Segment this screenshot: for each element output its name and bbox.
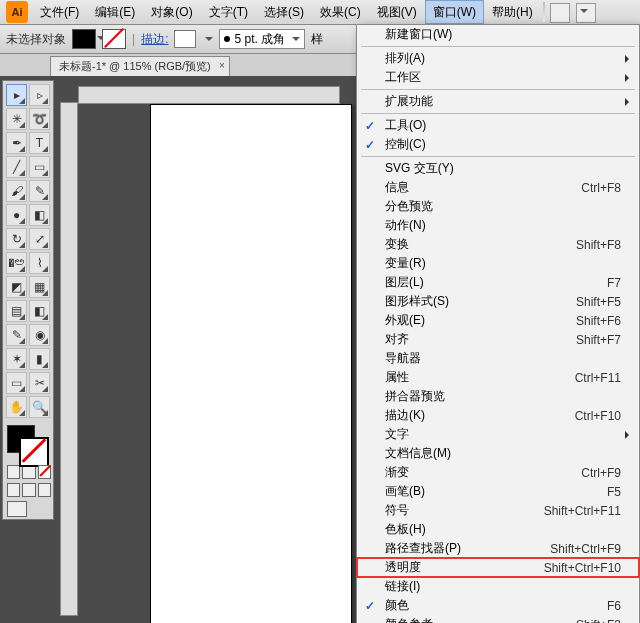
eyedropper-tool[interactable]: ✎: [6, 324, 27, 346]
zoom-tool[interactable]: 🔍: [29, 396, 50, 418]
menubar-item[interactable]: 视图(V): [369, 0, 425, 24]
menu-item-shortcut: Shift+F8: [576, 238, 621, 252]
document-tab[interactable]: 未标题-1* @ 115% (RGB/预览) ×: [50, 56, 230, 76]
menu-item[interactable]: 拼合器预览: [357, 387, 639, 406]
menu-item[interactable]: 路径查找器(P)Shift+Ctrl+F9: [357, 539, 639, 558]
menu-item[interactable]: ✓控制(C): [357, 135, 639, 154]
stroke-color[interactable]: [19, 437, 49, 467]
slice-tool[interactable]: ✂: [29, 372, 50, 394]
magic-wand-tool[interactable]: ✳: [6, 108, 27, 130]
hand-tool[interactable]: ✋: [6, 396, 27, 418]
warp-tool[interactable]: ⌇: [29, 252, 50, 274]
menu-item[interactable]: 导航器: [357, 349, 639, 368]
blend-tool[interactable]: ◉: [29, 324, 50, 346]
pen-tool[interactable]: ✒: [6, 132, 27, 154]
menu-item[interactable]: 文字: [357, 425, 639, 444]
rectangle-tool[interactable]: ▭: [29, 156, 50, 178]
eraser-tool[interactable]: ◧: [29, 204, 50, 226]
menubar-item[interactable]: 文字(T): [201, 0, 256, 24]
menu-item[interactable]: 外观(E)Shift+F6: [357, 311, 639, 330]
menubar-item[interactable]: 帮助(H): [484, 0, 541, 24]
menu-item[interactable]: 对齐Shift+F7: [357, 330, 639, 349]
menu-item[interactable]: 工作区: [357, 68, 639, 87]
menubar-item[interactable]: 对象(O): [143, 0, 200, 24]
pencil-tool[interactable]: ✎: [29, 180, 50, 202]
chevron-down-icon[interactable]: [205, 37, 213, 45]
menu-item[interactable]: 信息Ctrl+F8: [357, 178, 639, 197]
menu-item-shortcut: Ctrl+F11: [575, 371, 621, 385]
menu-item[interactable]: ✓工具(O): [357, 116, 639, 135]
menubar-item[interactable]: 文件(F): [32, 0, 87, 24]
direct-select-tool[interactable]: ▹: [29, 84, 50, 106]
menu-item[interactable]: 属性Ctrl+F11: [357, 368, 639, 387]
menu-item[interactable]: 符号Shift+Ctrl+F11: [357, 501, 639, 520]
menubar-item[interactable]: 效果(C): [312, 0, 369, 24]
close-icon[interactable]: ×: [219, 60, 225, 71]
scale-tool[interactable]: ⤢: [29, 228, 50, 250]
menu-separator: [361, 89, 635, 90]
brush-preset[interactable]: 5 pt. 成角: [219, 29, 305, 49]
menubar-item[interactable]: 编辑(E): [87, 0, 143, 24]
document-tab-label: 未标题-1* @ 115% (RGB/预览): [59, 60, 211, 72]
menu-item[interactable]: 色板(H): [357, 520, 639, 539]
fill-stroke-control[interactable]: [5, 423, 49, 463]
width-tool[interactable]: �అ: [6, 252, 27, 274]
menubar-item[interactable]: 窗口(W): [425, 0, 484, 24]
graph-tool[interactable]: ▮: [29, 348, 50, 370]
menu-item-shortcut: Shift+Ctrl+F10: [544, 561, 621, 575]
stroke-weight-input[interactable]: [174, 30, 196, 48]
paintbrush-tool[interactable]: 🖌: [6, 180, 27, 202]
menu-item[interactable]: 动作(N): [357, 216, 639, 235]
fill-swatch[interactable]: [72, 29, 96, 49]
menu-item[interactable]: 图形样式(S)Shift+F5: [357, 292, 639, 311]
menu-separator: [361, 113, 635, 114]
menu-item[interactable]: ✓颜色F6: [357, 596, 639, 615]
artboard-tool[interactable]: ▭: [6, 372, 27, 394]
draw-inside[interactable]: [38, 483, 51, 497]
perspective-tool[interactable]: ▦: [29, 276, 50, 298]
menu-item[interactable]: 变量(R): [357, 254, 639, 273]
menu-item[interactable]: 画笔(B)F5: [357, 482, 639, 501]
none-mode[interactable]: [38, 465, 51, 479]
selection-tool[interactable]: ▸: [6, 84, 27, 106]
menu-item[interactable]: 链接(I): [357, 577, 639, 596]
menu-item-label: 图形样式(S): [385, 293, 449, 310]
screen-mode[interactable]: [7, 501, 27, 517]
line-tool[interactable]: ╱: [6, 156, 27, 178]
gradient-tool[interactable]: ◧: [29, 300, 50, 322]
arrange-icon[interactable]: [576, 3, 596, 23]
menu-item[interactable]: 扩展功能: [357, 92, 639, 111]
menu-item-label: 渐变: [385, 464, 409, 481]
symbol-spray-tool[interactable]: ✶: [6, 348, 27, 370]
menu-item-label: 工具(O): [385, 117, 426, 134]
artboard[interactable]: [150, 104, 352, 623]
stroke-swatch[interactable]: [102, 29, 126, 49]
menu-item[interactable]: 分色预览: [357, 197, 639, 216]
menu-item[interactable]: 新建窗口(W): [357, 25, 639, 44]
blob-tool[interactable]: ●: [6, 204, 27, 226]
menu-item-label: 颜色参考: [385, 616, 433, 623]
menu-item[interactable]: 颜色参考Shift+F3: [357, 615, 639, 623]
mesh-tool[interactable]: ▤: [6, 300, 27, 322]
stroke-link[interactable]: 描边:: [141, 31, 168, 48]
menu-item[interactable]: 变换Shift+F8: [357, 235, 639, 254]
shape-builder-tool[interactable]: ◩: [6, 276, 27, 298]
menu-item[interactable]: 渐变Ctrl+F9: [357, 463, 639, 482]
draw-normal[interactable]: [7, 483, 20, 497]
type-tool[interactable]: T: [29, 132, 50, 154]
gradient-mode[interactable]: [22, 465, 35, 479]
menu-item[interactable]: 透明度Shift+Ctrl+F10: [357, 558, 639, 577]
lasso-tool[interactable]: ➰: [29, 108, 50, 130]
color-mode[interactable]: [7, 465, 20, 479]
toolbox: ▸▹✳➰✒T╱▭🖌✎●◧↻⤢�అ⌇◩▦▤◧✎◉✶▮▭✂✋🔍: [2, 80, 54, 520]
draw-behind[interactable]: [22, 483, 35, 497]
menu-item[interactable]: 图层(L)F7: [357, 273, 639, 292]
bridge-icon[interactable]: [550, 3, 570, 23]
menu-item[interactable]: 排列(A): [357, 49, 639, 68]
menu-item[interactable]: 文档信息(M): [357, 444, 639, 463]
rotate-tool[interactable]: ↻: [6, 228, 27, 250]
menu-item[interactable]: 描边(K)Ctrl+F10: [357, 406, 639, 425]
menubar-item[interactable]: 选择(S): [256, 0, 312, 24]
menu-item-label: 新建窗口(W): [385, 26, 452, 43]
menu-item[interactable]: SVG 交互(Y): [357, 159, 639, 178]
